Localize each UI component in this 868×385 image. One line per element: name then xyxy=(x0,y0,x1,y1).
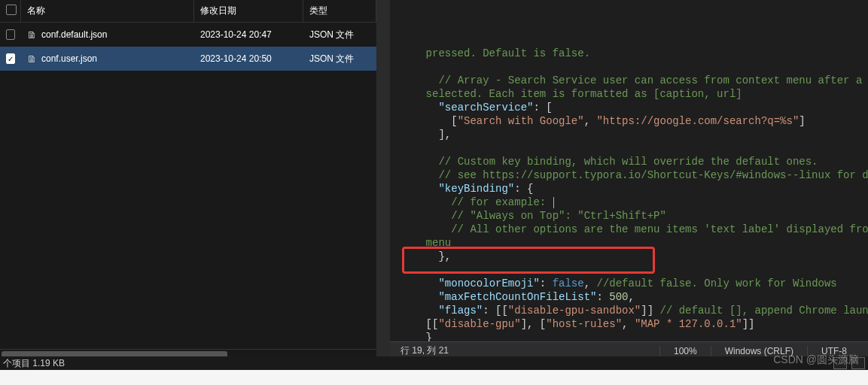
taskbar xyxy=(0,370,868,385)
header-checkbox[interactable] xyxy=(0,0,21,22)
line-ending[interactable]: Windows (CRLF) xyxy=(711,346,807,356)
file-date: 2023-10-24 20:47 xyxy=(194,29,303,40)
file-row[interactable]: ✓🗎conf.user.json2023-10-24 20:50JSON 文件 xyxy=(0,47,376,71)
file-type: JSON 文件 xyxy=(303,53,376,65)
cursor-position[interactable]: 行 19, 列 21 xyxy=(397,344,659,357)
file-name: conf.default.json xyxy=(41,29,107,40)
editor-panel: pressed. Default is false. // Array - Se… xyxy=(390,0,868,359)
file-row[interactable]: 🗎conf.default.json2023-10-24 20:47JSON 文… xyxy=(0,23,376,47)
zoom-level[interactable]: 100% xyxy=(659,346,711,356)
header-name[interactable]: 名称 xyxy=(21,0,194,22)
file-list-header: 名称 修改日期 类型 xyxy=(0,0,376,23)
view-details-icon[interactable] xyxy=(833,357,847,369)
file-date: 2023-10-24 20:50 xyxy=(194,53,303,64)
file-list: 🗎conf.default.json2023-10-24 20:47JSON 文… xyxy=(0,23,376,349)
header-type[interactable]: 类型 xyxy=(303,0,376,22)
file-icon: 🗎 xyxy=(27,29,37,41)
file-type: JSON 文件 xyxy=(303,29,376,41)
file-name: conf.user.json xyxy=(41,53,97,64)
code-editor[interactable]: pressed. Default is false. // Array - Se… xyxy=(390,0,868,341)
file-icon: 🗎 xyxy=(27,53,37,65)
split-divider[interactable] xyxy=(376,0,390,359)
header-date[interactable]: 修改日期 xyxy=(194,0,303,22)
select-all-checkbox[interactable] xyxy=(6,5,17,15)
selection-info: 个项目 1.19 KB xyxy=(3,357,833,370)
row-checkbox[interactable]: ✓ xyxy=(6,53,15,64)
file-encoding[interactable]: UTF-8 xyxy=(807,346,860,356)
row-checkbox[interactable] xyxy=(6,29,15,40)
view-tiles-icon[interactable] xyxy=(851,357,865,369)
file-explorer-panel: 名称 修改日期 类型 🗎conf.default.json2023-10-24 … xyxy=(0,0,376,359)
explorer-status-bar: 个项目 1.19 KB xyxy=(0,356,868,370)
